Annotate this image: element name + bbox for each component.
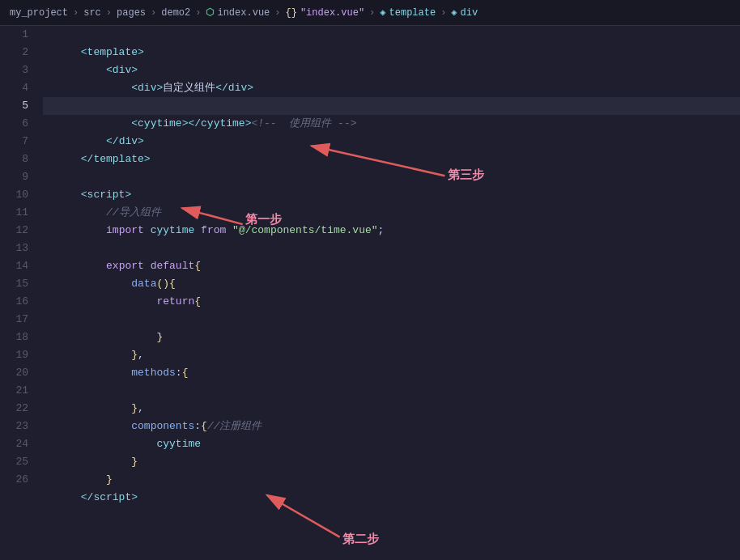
code-line-14: data(){	[43, 257, 740, 275]
sep3: ›	[151, 7, 156, 19]
code-line-1: <template>	[43, 26, 740, 44]
code-line-15: return{	[43, 275, 740, 293]
ln-12: 12	[0, 222, 28, 240]
code-line-4: <div>--------------------------------</d…	[43, 79, 740, 97]
code-line-5: <cyytime></cyytime><!-- 使用组件 -->	[43, 97, 740, 115]
breadcrumb-div: div	[461, 7, 478, 19]
code-line-10: //导入组件	[43, 186, 740, 204]
sep1: ›	[73, 7, 79, 19]
breadcrumb-component-icon2: ◈	[451, 6, 457, 19]
ln-20: 20	[0, 364, 28, 382]
code-line-17: }	[43, 311, 740, 329]
breadcrumb-src: src	[83, 7, 101, 19]
editor: 1 2 3 4 5 6 7 8 9 10 11 12 13 14 15 16 1…	[0, 26, 740, 560]
code-line-6: </div>	[43, 115, 740, 133]
breadcrumb-brace: {}	[285, 7, 296, 19]
code-line-23: cyytime	[43, 418, 740, 435]
ln-23: 23	[0, 418, 28, 435]
code-line-7: </template>	[43, 133, 740, 151]
code-line-25: }	[43, 453, 740, 471]
code-line-8	[43, 151, 740, 168]
ln-21: 21	[0, 382, 28, 400]
ln-10: 10	[0, 186, 28, 204]
breadcrumb-indexvue2: "index.vue"	[300, 7, 364, 19]
breadcrumb-template: template	[389, 7, 436, 19]
code-line-13: export default{	[43, 240, 740, 257]
code-line-12	[43, 222, 740, 240]
code-line-16	[43, 293, 740, 311]
ln-8: 8	[0, 151, 28, 168]
sep4: ›	[195, 7, 201, 19]
ln-25: 25	[0, 453, 28, 471]
ln-2: 2	[0, 44, 28, 62]
breadcrumb-pages: pages	[117, 7, 146, 19]
ln-18: 18	[0, 329, 28, 346]
ln-19: 19	[0, 346, 28, 364]
ln-6: 6	[0, 115, 28, 133]
sep7: ›	[440, 7, 446, 19]
ln-7: 7	[0, 133, 28, 151]
breadcrumb-indexvue: index.vue	[217, 7, 270, 19]
breadcrumb-component-icon: ◈	[380, 6, 385, 19]
ln-4: 4	[0, 79, 28, 97]
ln-5: 5	[0, 97, 28, 115]
breadcrumb-myproject: my_project	[10, 7, 68, 19]
sep2: ›	[106, 7, 112, 19]
code-line-2: <div>	[43, 44, 740, 62]
code-area: <template> <div> <div>自定义组件</div> <div>-…	[36, 26, 740, 560]
ln-22: 22	[0, 400, 28, 418]
code-line-18: },	[43, 329, 740, 346]
ln-13: 13	[0, 240, 28, 257]
code-line-9: <script>	[43, 168, 740, 186]
breadcrumb-vue-icon: ⬡	[206, 6, 214, 19]
ln-15: 15	[0, 275, 28, 293]
code-line-22: components:{//注册组件	[43, 400, 740, 418]
code-line-19: methods:{	[43, 346, 740, 364]
code-line-20	[43, 364, 740, 382]
code-line-21: },	[43, 382, 740, 400]
ln-11: 11	[0, 204, 28, 222]
ln-17: 17	[0, 311, 28, 329]
ln-26: 26	[0, 471, 28, 489]
line-numbers: 1 2 3 4 5 6 7 8 9 10 11 12 13 14 15 16 1…	[0, 26, 36, 560]
ln-14: 14	[0, 257, 28, 275]
ln-9: 9	[0, 168, 28, 186]
code-line-26: </script>	[43, 471, 740, 489]
sep6: ›	[369, 7, 375, 19]
code-line-3: <div>自定义组件</div>	[43, 62, 740, 79]
ln-24: 24	[0, 435, 28, 453]
breadcrumb-bar: my_project › src › pages › demo2 › ⬡ ind…	[0, 0, 740, 26]
ln-3: 3	[0, 62, 28, 79]
breadcrumb-demo2: demo2	[161, 7, 190, 19]
ln-1: 1	[0, 26, 28, 44]
ln-16: 16	[0, 293, 28, 311]
code-line-24: }	[43, 435, 740, 453]
code-line-11: import cyytime from "@/components/time.v…	[43, 204, 740, 222]
sep5: ›	[274, 7, 280, 19]
annotation-step2: 第二步	[342, 532, 379, 547]
